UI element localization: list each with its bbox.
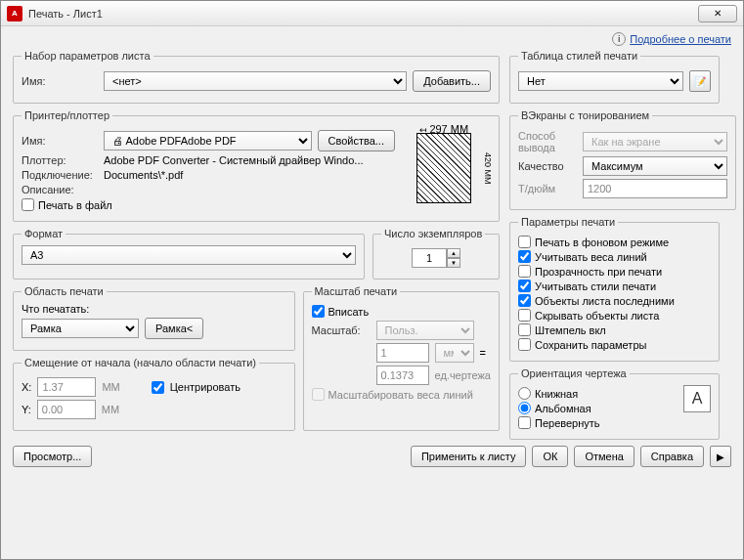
format-select[interactable]: A3: [22, 245, 356, 265]
scale-den-unit: ед.чертежа: [435, 369, 491, 381]
cancel-button[interactable]: Отмена: [574, 446, 634, 467]
scale-unit-select: мм: [435, 343, 474, 363]
plot-area-group: Область печати Что печатать: Рамка Рамка…: [13, 285, 295, 351]
format-group: Формат A3: [13, 228, 365, 280]
quality-select[interactable]: Максимум: [583, 156, 727, 176]
ok-button[interactable]: ОК: [532, 446, 568, 467]
print-to-file-check[interactable]: [22, 198, 34, 211]
copies-group: Число экземпляров ▲▼: [372, 228, 500, 280]
window-title: Печать - Лист1: [28, 8, 698, 20]
shaded-viewport-group: ВЭкраны с тонированием Способ выводаКак …: [509, 109, 736, 210]
upside-label: Перевернуть: [535, 417, 600, 429]
styles-label: Учитывать стили печати: [535, 280, 656, 292]
landscape-radio[interactable]: [518, 402, 531, 414]
format-legend: Формат: [22, 228, 66, 239]
plotter-value: Adobe PDF Converter - Системный драйвер …: [104, 154, 364, 166]
plot-scale-group: Масштаб печати Вписать Масштаб: Польз. м…: [303, 285, 500, 431]
page-setup-group: Набор параметров листа Имя: <нет> Добави…: [13, 50, 500, 104]
shaded-viewport-legend: ВЭкраны с тонированием: [518, 109, 652, 121]
center-label: Центрировать: [170, 381, 241, 393]
bg-check[interactable]: [518, 236, 531, 248]
orientation-group: Ориентация чертежа Книжная Альбомная Пер…: [509, 367, 720, 440]
offset-legend: Смещение от начала (начало области печат…: [22, 357, 259, 368]
print-to-file-label: Печать в файл: [38, 199, 112, 211]
last-label: Объекты листа последними: [535, 295, 675, 307]
y-input: [37, 400, 96, 419]
copies-up[interactable]: ▲: [447, 248, 460, 258]
properties-button[interactable]: Свойства...: [318, 130, 395, 151]
save-check[interactable]: [518, 338, 531, 351]
apply-button[interactable]: Применить к листу: [411, 446, 527, 467]
connect-value: Documents\*.pdf: [104, 169, 183, 181]
scale-weights-label: Масштабировать веса линий: [328, 389, 473, 401]
copies-legend: Число экземпляров: [381, 228, 485, 239]
printer-name-select[interactable]: 🖨 Adobe PDFAdobe PDF: [104, 131, 312, 151]
y-unit: ММ: [102, 404, 119, 415]
style-table-group: Таблица стилей печати Нет 📝: [509, 50, 720, 104]
transparent-check[interactable]: [518, 265, 531, 278]
scale-label: Масштаб:: [312, 324, 371, 336]
paper-preview: ↤ 297 MM ↦ 420 MM: [403, 127, 491, 210]
style-table-edit-button[interactable]: 📝: [689, 70, 711, 92]
plot-scale-legend: Масштаб печати: [312, 285, 401, 297]
plot-options-legend: Параметры печати: [518, 216, 618, 228]
help-button[interactable]: Справка: [640, 446, 704, 467]
shade-label: Способ вывода: [518, 130, 577, 153]
styles-check[interactable]: [518, 280, 531, 292]
scale-weights-check: [312, 388, 325, 401]
plotter-label: Плоттер:: [22, 154, 98, 166]
plot-options-group: Параметры печати Печать в фоновом режиме…: [509, 216, 720, 362]
landscape-label: Альбомная: [535, 403, 591, 414]
last-check[interactable]: [518, 294, 531, 307]
printer-name-label: Имя:: [22, 135, 98, 147]
plot-area-select[interactable]: Рамка: [22, 319, 139, 338]
quality-label: Качество: [518, 160, 577, 172]
save-label: Сохранить параметры: [535, 339, 646, 351]
weights-label: Учитывать веса линий: [535, 251, 647, 263]
copies-input[interactable]: [412, 248, 447, 268]
app-icon: A: [7, 6, 22, 22]
titlebar: A Печать - Лист1 ✕: [1, 1, 743, 26]
close-button[interactable]: ✕: [698, 5, 737, 22]
page-setup-name-select[interactable]: <нет>: [104, 71, 407, 91]
style-table-select[interactable]: Нет: [518, 71, 683, 91]
stamp-check[interactable]: [518, 323, 531, 336]
shade-select: Как на экране: [583, 132, 727, 151]
plot-area-what-label: Что печатать:: [22, 303, 286, 315]
add-button[interactable]: Добавить...: [413, 70, 491, 92]
printer-legend: Принтер/плоттер: [22, 109, 112, 121]
bg-label: Печать в фоновом режиме: [535, 237, 669, 248]
scale-num-input: [376, 343, 429, 363]
portrait-radio[interactable]: [518, 387, 531, 400]
style-table-legend: Таблица стилей печати: [518, 50, 640, 62]
name-label: Имя:: [22, 75, 98, 87]
fit-check[interactable]: [312, 305, 325, 318]
preview-button[interactable]: Просмотр...: [13, 446, 92, 467]
printer-group: Принтер/плоттер Имя: 🖨 Adobe PDFAdobe PD…: [13, 109, 500, 222]
copies-down[interactable]: ▼: [447, 258, 460, 268]
portrait-label: Книжная: [535, 388, 578, 400]
plot-area-legend: Область печати: [22, 285, 107, 297]
scale-den-input: [376, 366, 429, 385]
x-label: X:: [22, 381, 31, 393]
dpi-label: Т/дюйм: [518, 183, 577, 194]
orientation-legend: Ориентация чертежа: [518, 367, 630, 379]
center-check[interactable]: [152, 381, 164, 394]
scale-select: Польз.: [376, 321, 474, 340]
transparent-label: Прозрачность при печати: [535, 266, 662, 278]
eq: =: [480, 347, 486, 359]
window-button[interactable]: Рамка<: [145, 318, 203, 339]
hide-check[interactable]: [518, 309, 531, 322]
desc-label: Описание:: [22, 184, 98, 195]
weights-check[interactable]: [518, 250, 531, 263]
hide-label: Скрывать объекты листа: [535, 310, 659, 322]
dpi-input: [583, 179, 727, 198]
help-link[interactable]: Подробнее о печати: [630, 33, 731, 45]
fit-label: Вписать: [328, 306, 370, 318]
connect-label: Подключение:: [22, 169, 98, 181]
upside-check[interactable]: [518, 416, 531, 429]
expand-button[interactable]: ▶: [710, 446, 731, 467]
page-setup-legend: Набор параметров листа: [22, 50, 153, 62]
paper-height: 420 MM: [483, 133, 493, 203]
orientation-icon: A: [683, 385, 711, 412]
